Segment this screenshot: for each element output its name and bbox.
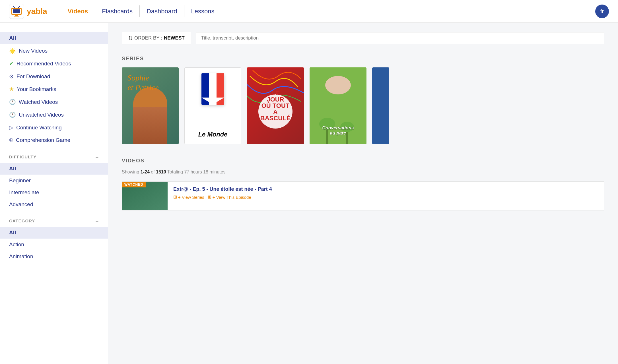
svg-rect-5 [13,9,20,13]
videos-section: VIDEOS Showing 1-24 of 1510 Totaling 77 … [122,158,604,210]
difficulty-title: DIFFICULTY [9,154,36,160]
view-episode-link[interactable]: ⊞ + View This Episode [208,195,251,200]
sidebar-item-for-download[interactable]: ⊙ For Download [0,70,108,83]
video-info: Extr@ - Ep. 5 - Une étoile est née - Par… [173,182,604,204]
parc-trees [310,98,366,144]
nav-flashcards[interactable]: Flashcards [95,5,140,17]
count-suffix: Totaling 77 hours 18 minutes [166,169,226,174]
order-by-button[interactable]: ⇅ ORDER BY : NEWEST [122,32,191,44]
sidebar: All 🌟 New Videos ✔ Recommended Videos ⊙ … [0,23,108,364]
sidebar-new-videos-label: New Videos [19,48,48,54]
category-all[interactable]: All [0,227,108,239]
sidebar-item-continue[interactable]: ▷ Continue Watching [0,121,108,134]
nav-videos[interactable]: Videos [61,5,95,17]
series-sophie-title: Sophieet Patrice [127,73,159,92]
series-section: SERIES Sophieet Patrice [122,56,604,144]
series-grid: Sophieet Patrice Le Monde [122,67,604,144]
logo-area[interactable]: yabla [9,4,47,19]
user-avatar[interactable]: fr [595,5,609,18]
nav-lessons[interactable]: Lessons [184,5,221,17]
count-range: 1-24 [141,169,150,174]
clock-icon: 🕐 [9,99,16,105]
sidebar-bookmarks-label: Your Bookmarks [17,86,56,92]
difficulty-section: DIFFICULTY − All Beginner Intermediate A… [0,149,108,210]
sidebar-item-unwatched[interactable]: 🕐 Unwatched Videos [0,108,108,121]
nav-dashboard[interactable]: Dashboard [140,5,184,17]
series-lemonde-title: Le Monde [198,131,228,138]
category-label: CATEGORY − [0,213,108,227]
toolbar: ⇅ ORDER BY : NEWEST [122,32,604,44]
content-area: ⇅ ORDER BY : NEWEST SERIES Sophieet Patr [108,23,618,364]
order-label: ORDER BY : [134,35,162,41]
view-series-link[interactable]: ⊞ + View Series [173,195,204,200]
count-of: of [150,169,156,174]
video-item[interactable]: WATCHED Extr@ - Ep. 5 - [122,181,604,210]
header: yabla Videos Flashcards Dashboard Lesson… [0,0,618,23]
difficulty-beginner[interactable]: Beginner [0,175,108,187]
videos-title: VIDEOS [122,158,604,164]
series-card-extra[interactable] [372,67,389,144]
series-jour-title: LEJOUROÙ TOUTABASCULÉ [260,90,291,121]
search-input[interactable] [196,32,604,44]
watched-badge: WATCHED [122,182,146,187]
category-collapse[interactable]: − [95,218,99,224]
series-card-sophie[interactable]: Sophieet Patrice [122,67,179,144]
video-actions: ⊞ + View Series ⊞ + View This Episode [173,195,604,200]
category-title: CATEGORY [9,218,35,224]
sidebar-download-label: For Download [17,73,50,80]
play-icon: ▷ [9,124,13,131]
sidebar-all-label: All [9,35,16,41]
sidebar-filter-section: All 🌟 New Videos ✔ Recommended Videos ⊙ … [0,32,108,146]
check-icon: ✔ [9,60,14,67]
plus-icon-series: ⊞ [173,195,177,200]
copyright-icon: © [9,137,13,143]
category-section: CATEGORY − All Action Animation [0,213,108,262]
sidebar-recommended-label: Recommended Videos [17,61,71,67]
sidebar-item-bookmarks[interactable]: ★ Your Bookmarks [0,83,108,96]
main-nav: Videos Flashcards Dashboard Lessons [61,5,595,17]
series-parc-title: Conversationsau parc [310,125,366,136]
sort-arrows-icon: ⇅ [128,35,133,41]
difficulty-all[interactable]: All [0,163,108,175]
series-card-jour[interactable]: LEJOUROÙ TOUTABASCULÉ [247,67,304,144]
main-layout: All 🌟 New Videos ✔ Recommended Videos ⊙ … [0,23,618,364]
sidebar-item-new-videos[interactable]: 🌟 New Videos [0,44,108,57]
series-title: SERIES [122,56,604,62]
difficulty-collapse[interactable]: − [95,154,99,160]
category-action[interactable]: Action [0,239,108,251]
difficulty-intermediate[interactable]: Intermediate [0,187,108,198]
yabla-logo-icon [9,4,24,19]
logo-text: yabla [27,7,47,16]
sidebar-item-recommended[interactable]: ✔ Recommended Videos [0,57,108,70]
sidebar-item-comprehension[interactable]: © Comprehension Game [0,134,108,146]
count-total: 1510 [156,169,166,174]
count-prefix: Showing [122,169,141,174]
plus-icon-episode: ⊞ [208,195,211,200]
bookmark-star-icon: ★ [9,86,14,92]
video-thumbnail: WATCHED [122,182,168,210]
category-animation[interactable]: Animation [0,251,108,262]
videos-count: Showing 1-24 of 1510 Totaling 77 hours 1… [122,169,604,175]
sidebar-item-all[interactable]: All [0,32,108,44]
star-icon: 🌟 [9,47,16,54]
clock-orange-icon: 🕐 [9,111,16,118]
series-card-parc[interactable]: Conversationsau parc [310,67,366,144]
order-value: NEWEST [164,35,185,41]
difficulty-advanced[interactable]: Advanced [0,198,108,210]
svg-rect-7 [14,16,19,16]
sidebar-watched-label: Watched Videos [19,99,58,105]
view-series-label: + View Series [178,195,204,200]
view-episode-label: + View This Episode [213,195,251,200]
sidebar-item-watched[interactable]: 🕐 Watched Videos [0,96,108,108]
sidebar-continue-label: Continue Watching [16,125,62,131]
download-icon: ⊙ [9,73,14,80]
difficulty-label: DIFFICULTY − [0,149,108,163]
sidebar-unwatched-label: Unwatched Videos [19,112,64,118]
series-card-lemonde[interactable]: Le Monde [184,67,241,144]
sidebar-comprehension-label: Comprehension Game [16,137,70,143]
video-title: Extr@ - Ep. 5 - Une étoile est née - Par… [173,186,604,192]
